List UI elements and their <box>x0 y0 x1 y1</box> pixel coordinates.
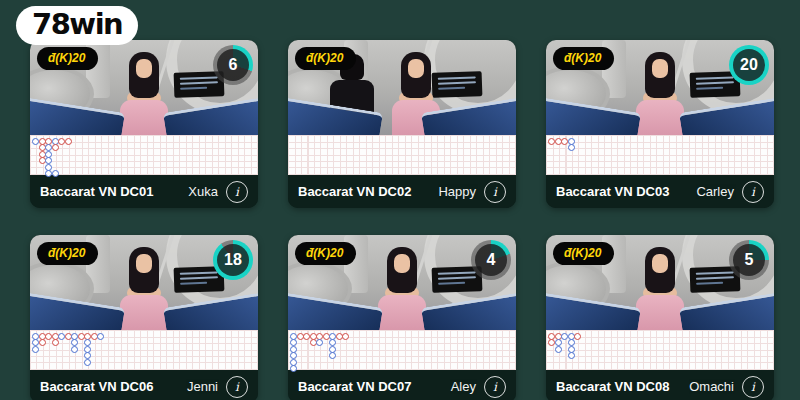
table-name: Baccarat VN DC03 <box>556 184 688 199</box>
video-preview: đ(K)20 18 <box>30 235 258 330</box>
info-icon[interactable]: i <box>484 376 506 398</box>
table-name: Baccarat VN DC07 <box>298 379 443 394</box>
game-card[interactable]: đ(K)20 4 Baccarat VN DC07 Aley i <box>288 235 516 400</box>
player-result-dot <box>329 352 336 359</box>
dealer-name: Aley <box>451 379 476 394</box>
card-footer: Baccarat VN DC08 Omachi i <box>546 370 774 400</box>
info-icon[interactable]: i <box>484 181 506 203</box>
player-result-dot <box>568 352 575 359</box>
min-bet-badge: đ(K)20 <box>37 242 98 265</box>
countdown-timer: 18 <box>213 240 253 280</box>
bead-road <box>30 135 258 175</box>
table-name: Baccarat VN DC06 <box>40 379 179 394</box>
min-bet-badge: đ(K)20 <box>553 242 614 265</box>
player-result-dot <box>555 346 562 353</box>
timer-seconds: 20 <box>740 56 758 74</box>
game-card[interactable]: đ(K)20 6 Baccarat VN DC01 Xuka i <box>30 40 258 208</box>
bead-road <box>288 135 516 175</box>
countdown-timer: 6 <box>213 45 253 85</box>
timer-seconds: 18 <box>224 251 242 269</box>
info-icon[interactable]: i <box>742 376 764 398</box>
game-card[interactable]: đ(K)20 18 Baccarat VN DC06 Jenni i <box>30 235 258 400</box>
info-icon[interactable]: i <box>742 181 764 203</box>
banker-result-dot <box>65 138 72 145</box>
dealer-name: Jenni <box>187 379 218 394</box>
video-preview: đ(K)20 <box>288 40 516 135</box>
player-result-dot <box>32 346 39 353</box>
banker-result-dot <box>52 144 59 151</box>
table-name: Baccarat VN DC02 <box>298 184 430 199</box>
table-name: Baccarat VN DC01 <box>40 184 180 199</box>
video-preview: đ(K)20 4 <box>288 235 516 330</box>
bead-road <box>30 330 258 370</box>
video-preview: đ(K)20 6 <box>30 40 258 135</box>
dealer-name: Carley <box>696 184 734 199</box>
player-result-dot <box>568 144 575 151</box>
min-bet-badge: đ(K)20 <box>295 47 356 70</box>
info-icon[interactable]: i <box>226 376 248 398</box>
card-footer: Baccarat VN DC06 Jenni i <box>30 370 258 400</box>
player-result-dot <box>52 170 59 177</box>
bead-road <box>546 330 774 370</box>
bead-road <box>546 135 774 175</box>
card-footer: Baccarat VN DC02 Happy i <box>288 175 516 208</box>
game-card[interactable]: đ(K)20 20 Baccarat VN DC03 Carley i <box>546 40 774 208</box>
dealer-name: Happy <box>438 184 476 199</box>
player-result-dot <box>97 333 104 340</box>
banker-result-dot <box>39 339 46 346</box>
banker-result-dot <box>574 333 581 340</box>
dealer-name: Omachi <box>689 379 734 394</box>
player-result-dot <box>71 346 78 353</box>
timer-seconds: 6 <box>229 56 238 74</box>
timer-seconds: 4 <box>487 251 496 269</box>
min-bet-badge: đ(K)20 <box>553 47 614 70</box>
banker-result-dot <box>52 339 59 346</box>
video-preview: đ(K)20 20 <box>546 40 774 135</box>
timer-seconds: 5 <box>745 251 754 269</box>
countdown-timer: 20 <box>729 45 769 85</box>
video-preview: đ(K)20 5 <box>546 235 774 330</box>
card-footer: Baccarat VN DC01 Xuka i <box>30 175 258 208</box>
banker-result-dot <box>342 333 349 340</box>
min-bet-badge: đ(K)20 <box>37 47 98 70</box>
brand-logo[interactable]: 78win <box>16 6 138 45</box>
game-card[interactable]: đ(K)20 Baccarat VN DC02 Happy i <box>288 40 516 208</box>
min-bet-badge: đ(K)20 <box>295 242 356 265</box>
info-icon[interactable]: i <box>226 181 248 203</box>
card-footer: Baccarat VN DC03 Carley i <box>546 175 774 208</box>
bead-road <box>288 330 516 370</box>
player-result-dot <box>316 339 323 346</box>
countdown-timer: 4 <box>471 240 511 280</box>
game-card[interactable]: đ(K)20 5 Baccarat VN DC08 Omachi i <box>546 235 774 400</box>
countdown-timer: 5 <box>729 240 769 280</box>
dealer-name: Xuka <box>188 184 218 199</box>
card-footer: Baccarat VN DC07 Aley i <box>288 370 516 400</box>
table-name: Baccarat VN DC08 <box>556 379 681 394</box>
lobby-page: { "logo": { "text": "78win" }, "icons": … <box>0 0 800 400</box>
player-result-dot <box>84 359 91 366</box>
game-grid: đ(K)20 6 Baccarat VN DC01 Xuka i <box>30 40 774 400</box>
